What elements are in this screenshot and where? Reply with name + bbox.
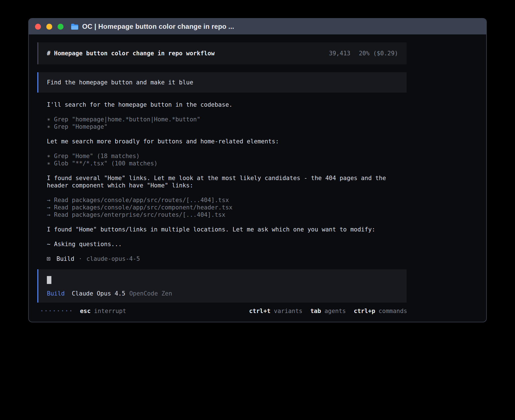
agent-name: Build — [56, 255, 74, 262]
prompt-input[interactable]: Build Claude Opus 4.5 OpenCode Zen — [37, 269, 407, 303]
shortcut-agents: tab agents — [310, 308, 346, 314]
mode-indicator: Build — [47, 290, 65, 297]
model-line: Build Claude Opus 4.5 OpenCode Zen — [47, 290, 398, 297]
spinner-dots: ········ — [40, 308, 73, 314]
minimize-button[interactable] — [46, 24, 52, 30]
shortcut-commands: ctrl+p commands — [354, 308, 407, 314]
tool-call-read: → Read packages/console/app/src/componen… — [47, 204, 407, 211]
terminal-content: # Homepage button color change in repo w… — [29, 34, 486, 314]
zoom-button[interactable] — [58, 24, 64, 30]
context-usage: 20% ($0.29) — [359, 50, 398, 57]
shortcut-label-interrupt: interrupt — [94, 308, 126, 314]
status-bar-left: ········ esc interrupt — [40, 308, 126, 314]
tool-call-grep: ∗ Grep "homepage|home.*button|Home.*butt… — [47, 116, 407, 123]
tool-call-read: → Read packages/enterprise/src/routes/[.… — [47, 211, 407, 218]
tool-call-grep: ∗ Grep "Home" (18 matches) — [47, 152, 407, 160]
model-name: Claude Opus 4.5 — [72, 290, 125, 297]
titlebar[interactable]: OC | Homepage button color change in rep… — [29, 19, 486, 34]
provider-name: OpenCode Zen — [129, 290, 172, 297]
session-header: # Homepage button color change in repo w… — [37, 42, 407, 64]
assistant-text: I found several "Home" links. Let me loo… — [47, 174, 407, 189]
shortcut-key-esc: esc — [80, 308, 91, 314]
shortcut-variants: ctrl+t variants — [249, 308, 302, 314]
session-title: # Homepage button color change in repo w… — [47, 50, 215, 57]
status-bar: ········ esc interrupt ctrl+t variants t… — [37, 308, 407, 314]
agent-separator: · — [78, 255, 82, 262]
tool-call-read: → Read packages/console/app/src/routes/[… — [47, 196, 407, 204]
terminal-window: OC | Homepage button color change in rep… — [28, 18, 487, 322]
window-title: OC | Homepage button color change in rep… — [82, 23, 234, 30]
user-message: Find the homepage button and make it blu… — [37, 72, 407, 93]
tool-call-glob: ∗ Glob "**/*.tsx" (100 matches) — [47, 160, 407, 167]
assistant-text: I'll search for the homepage button in t… — [47, 101, 407, 108]
close-button[interactable] — [35, 24, 41, 30]
agent-icon — [47, 257, 50, 261]
text-cursor — [47, 276, 51, 284]
assistant-text: I found "Home" buttons/links in multiple… — [47, 226, 407, 233]
user-message-text: Find the homepage button and make it blu… — [47, 79, 193, 86]
assistant-text: Let me search more broadly for buttons a… — [47, 138, 407, 145]
agent-status: Build · claude-opus-4-5 — [47, 255, 407, 262]
session-stats: 39,413 20% ($0.29) — [329, 50, 398, 57]
token-count: 39,413 — [329, 50, 350, 57]
status-bar-right: ctrl+t variants tab agents ctrl+p comman… — [249, 308, 407, 314]
assistant-status-text: ~ Asking questions... — [47, 240, 407, 248]
tool-call-grep: ∗ Grep "Homepage" — [47, 123, 407, 130]
traffic-lights — [35, 24, 64, 30]
folder-icon — [71, 23, 78, 30]
transcript: I'll search for the homepage button in t… — [47, 101, 407, 262]
agent-model: claude-opus-4-5 — [86, 255, 140, 262]
